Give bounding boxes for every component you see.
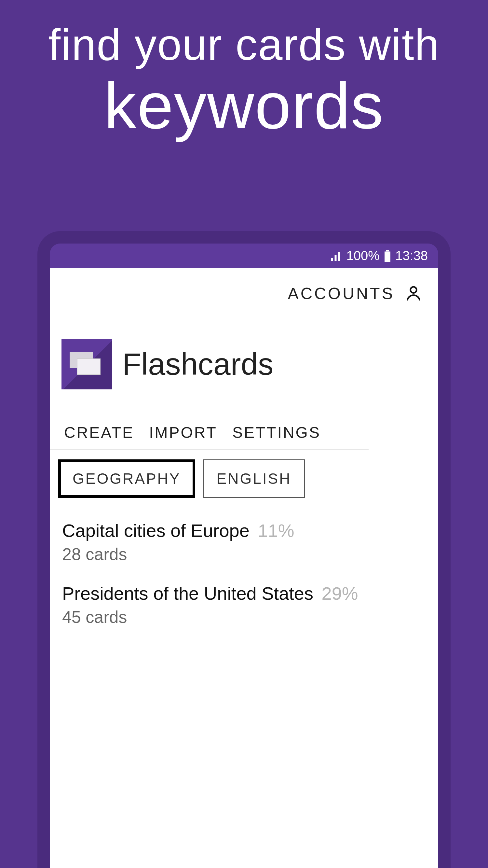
app-screen: ACCOUNTS Flashcards CREATE IMPORT SETTIN…: [50, 268, 438, 868]
promo-line1: find your cards with: [0, 20, 488, 70]
tags-row: GEOGRAPHY ENGLISH: [50, 450, 438, 498]
deck-title: Presidents of the United States: [62, 583, 313, 603]
deck-list: Capital cities of Europe 11% 28 cards Pr…: [50, 498, 438, 627]
svg-point-5: [411, 287, 417, 293]
deck-title-row: Presidents of the United States 29%: [62, 583, 438, 604]
top-bar: ACCOUNTS: [50, 268, 438, 303]
menu-row: CREATE IMPORT SETTINGS: [50, 390, 368, 450]
deck-percent: 29%: [322, 583, 358, 603]
menu-import[interactable]: IMPORT: [149, 424, 217, 441]
svg-rect-1: [334, 255, 336, 261]
menu-settings[interactable]: SETTINGS: [232, 424, 321, 441]
svg-rect-4: [385, 251, 390, 262]
deck-item[interactable]: Capital cities of Europe 11% 28 cards: [62, 520, 438, 564]
menu-create[interactable]: CREATE: [64, 424, 134, 441]
deck-count: 28 cards: [62, 545, 438, 564]
deck-title-row: Capital cities of Europe 11%: [62, 520, 438, 541]
deck-title: Capital cities of Europe: [62, 520, 250, 541]
tag-geography[interactable]: GEOGRAPHY: [58, 459, 195, 498]
deck-count: 45 cards: [62, 607, 438, 627]
clock: 13:38: [395, 248, 428, 263]
promo-line2: keywords: [0, 70, 488, 142]
signal-icon: [330, 250, 342, 262]
app-title: Flashcards: [122, 346, 273, 382]
user-icon[interactable]: [404, 284, 423, 303]
battery-icon: [384, 250, 391, 262]
app-icon: [62, 339, 112, 390]
svg-rect-0: [331, 258, 333, 261]
battery-percent: 100%: [347, 248, 380, 263]
app-header: Flashcards: [50, 303, 438, 390]
svg-rect-2: [338, 252, 340, 261]
device-frame: 100% 13:38 ACCOUNTS Flas: [37, 231, 451, 868]
promo-text: find your cards with keywords: [0, 0, 488, 142]
deck-percent: 11%: [258, 520, 294, 541]
tag-english[interactable]: ENGLISH: [203, 459, 305, 498]
deck-item[interactable]: Presidents of the United States 29% 45 c…: [62, 583, 438, 627]
accounts-link[interactable]: ACCOUNTS: [288, 284, 395, 303]
status-bar: 100% 13:38: [50, 244, 438, 268]
svg-rect-3: [386, 250, 389, 252]
